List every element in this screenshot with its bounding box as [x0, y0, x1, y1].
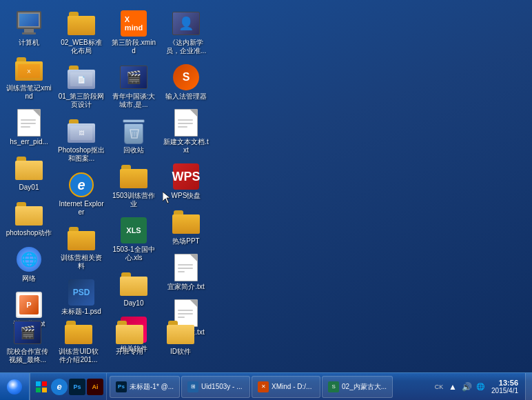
icon-hs-err[interactable]: hs_err_pid...: [4, 106, 54, 149]
icon-xls[interactable]: XLS 1503-1全国中心.xls: [109, 214, 158, 265]
svg-rect-6: [36, 388, 41, 392]
icon-wps[interactable]: WPS WPS快盘: [161, 160, 211, 203]
icon-training-related[interactable]: 训练营相关资料: [57, 222, 106, 273]
system-tray: CK ▲ 🔊 🌐 13:56 2015/4/1: [429, 373, 525, 400]
icon-untitled-psd[interactable]: PSD 未标题-1.psd: [57, 276, 106, 319]
icon-1503-homework[interactable]: 1503训练营作业: [109, 160, 158, 211]
icon-hotcamp-ppt[interactable]: 热场PPT: [161, 206, 211, 248]
ql-ie-icon[interactable]: e: [51, 379, 68, 395]
icon-input-manager[interactable]: S 输入法管理器: [161, 61, 211, 103]
taskbar-btn-xmind-icon: ✕: [258, 381, 269, 392]
taskbar-btn-xls-icon: S: [328, 381, 339, 392]
icon-web-layout[interactable]: 02_WEB标准化布局: [57, 7, 106, 58]
icon-network[interactable]: 🌐 网络: [4, 243, 54, 286]
icon-recycle[interactable]: 回收站: [109, 114, 158, 157]
icon-day10[interactable]: Day10: [109, 268, 158, 310]
svg-rect-5: [42, 381, 47, 386]
taskbar-btn-xmind[interactable]: ✕ XMind - D:/...: [252, 376, 320, 398]
icon-open-class[interactable]: 开班专用: [106, 316, 153, 367]
icon-stage3-xmind[interactable]: Xmind 第三阶段.xmind: [109, 7, 158, 58]
ql-ps-icon[interactable]: Ps: [69, 379, 85, 395]
start-button[interactable]: [0, 373, 30, 401]
icon-id-software[interactable]: ID软件: [157, 316, 204, 367]
taskbar-btn-mongolia[interactable]: S 02_内蒙古大...: [322, 376, 393, 398]
icon-yijia-txt[interactable]: 宜家简介.txt: [161, 251, 211, 294]
icon-computer[interactable]: 计算机: [4, 7, 54, 50]
taskbar-btn-untitled[interactable]: Ps 未标题-1* @...: [110, 376, 180, 398]
icon-ie[interactable]: e Internet Explorer: [57, 168, 106, 219]
taskbar-buttons: Ps 未标题-1* @... ⊞ Uid1503y - ... ✕ XMind …: [107, 373, 429, 400]
tray-clock[interactable]: 13:56 2015/4/1: [489, 379, 521, 394]
start-orb: [7, 379, 22, 394]
svg-rect-7: [42, 388, 47, 392]
icon-training-notes[interactable]: X 训练营笔记xmind: [4, 52, 54, 103]
icon-web-design[interactable]: 📄 01_第三阶段网页设计: [57, 61, 106, 112]
taskbar: e Ps Ai Ps 未标题-1* @... ⊞ Uid1503y - ... …: [0, 372, 532, 400]
icon-day01[interactable]: Day01: [4, 152, 54, 194]
taskbar-btn-uid-icon: ⊞: [187, 381, 198, 392]
taskbar-btn-ps-icon: Ps: [116, 381, 127, 392]
icon-new-txt[interactable]: 新建文本文档.txt: [161, 106, 211, 157]
ql-ai-icon[interactable]: Ai: [87, 379, 103, 395]
icon-school-promo[interactable]: 🎬 院校合作宣传视频_最终...: [4, 316, 51, 367]
tray-network-icon[interactable]: 🌐: [475, 381, 486, 392]
show-desktop-button[interactable]: [525, 373, 532, 401]
ql-windows-icon[interactable]: [33, 379, 50, 395]
tray-arrow-icon[interactable]: ▲: [447, 381, 458, 392]
tray-volume-icon[interactable]: 🔊: [461, 381, 472, 392]
taskbar-btn-uid[interactable]: ⊞ Uid1503y - ...: [181, 376, 250, 398]
tray-ck-icon[interactable]: CK: [433, 381, 444, 392]
icon-photoshop-actions[interactable]: photoshop动作: [4, 197, 54, 240]
icon-uid-intro[interactable]: 训练营UID软件介绍201...: [55, 316, 102, 367]
icon-youth-city[interactable]: 🎬 青年中国谈:大城市,是...: [109, 61, 158, 112]
quicklaunch: e Ps Ai: [30, 373, 107, 400]
icon-daan-new[interactable]: 👤 《达内新学员，企业准...: [161, 7, 211, 58]
icon-ps-cutout[interactable]: 🖼 Photoshop抠出和图案...: [57, 114, 106, 166]
svg-rect-4: [36, 381, 41, 386]
